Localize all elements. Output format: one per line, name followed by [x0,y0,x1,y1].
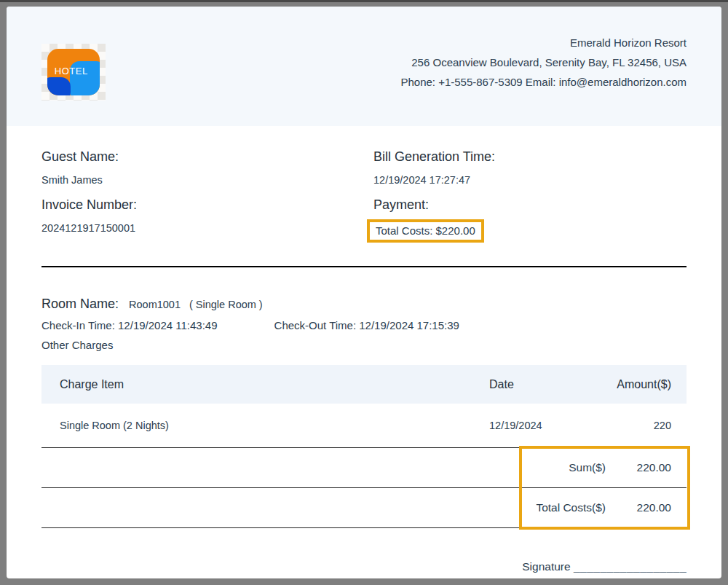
col-header-amount: Amount($) [598,378,671,391]
col-header-charge-item: Charge Item [60,378,489,391]
charge-amount-cell: 220 [598,420,671,431]
other-charges-title: Other Charges [41,338,687,353]
sum-label: Sum($) [569,461,606,474]
guest-name-label: Guest Name: [41,148,373,165]
check-times-line: Check-In Time: 12/19/2024 11:43:49 Check… [41,318,687,333]
hotel-name: Emerald Horizon Resort [400,33,687,52]
total-costs-row: Total Costs($) 220.00 [41,487,687,527]
room-name-value: Room1001 [129,299,181,310]
bill-window: HOTEL Emerald Horizon Resort 256 Oceanvi… [0,0,728,585]
invoice-info-section: Guest Name: Smith James Invoice Number: … [41,148,687,243]
signature-area: Signature _________________ [41,560,687,573]
charge-item-cell: Single Room (2 Nights) [60,420,489,431]
check-out-time: Check-Out Time: 12/19/2024 17:15:39 [274,318,459,333]
check-in-time: Check-In Time: 12/19/2024 11:43:49 [41,318,218,333]
table-row: Single Room (2 Nights) 12/19/2024 220 [41,404,687,447]
signature-line: _________________ [574,560,687,573]
sum-value: 220.00 [622,461,671,474]
logo-darkblue-shape [47,77,71,95]
bill-time-value: 12/19/2024 17:27:47 [373,173,687,187]
guest-name-value: Smith James [41,173,373,187]
total-costs-value: 220.00 [622,501,671,514]
totals-rows: Sum($) 220.00 Total Costs($) 220.00 [41,447,687,528]
bill-time-label: Bill Generation Time: [373,148,687,165]
total-costs-label: Total Costs($) [536,501,606,514]
stay-section: Room Name: Room1001 ( Single Room ) Chec… [41,295,687,353]
invoice-number-value: 2024121917150001 [41,221,373,235]
charges-table-header: Charge Item Date Amount($) [41,365,687,404]
window-frame-edge [0,0,728,2]
invoice-page: HOTEL Emerald Horizon Resort 256 Oceanvi… [7,7,721,578]
billing-column: Bill Generation Time: 12/19/2024 17:27:4… [373,148,687,243]
header-band: HOTEL Emerald Horizon Resort 256 Oceanvi… [7,7,721,126]
room-type-value: ( Single Room ) [189,299,263,310]
signature-label: Signature [522,560,570,573]
room-name-line: Room Name: Room1001 ( Single Room ) [41,295,687,313]
room-name-label: Room Name: [41,295,119,313]
hotel-phone-email: Phone: +1-555-867-5309 Email: info@emera… [400,72,687,92]
hotel-contact-block: Emerald Horizon Resort 256 Oceanview Bou… [400,7,687,126]
guest-column: Guest Name: Smith James Invoice Number: … [41,148,373,243]
hotel-logo: HOTEL [41,44,106,101]
charges-table: Charge Item Date Amount($) Single Room (… [41,365,687,528]
col-header-date: Date [489,378,598,391]
sum-row: Sum($) 220.00 [41,447,687,487]
logo-text: HOTEL [47,66,95,76]
hotel-logo-icon: HOTEL [47,49,100,95]
hotel-address: 256 Oceanview Boulevard, Serenity Bay, F… [400,52,687,72]
charge-date-cell: 12/19/2024 [489,420,598,431]
payment-total-highlight: Total Costs: $220.00 [367,219,484,243]
invoice-number-label: Invoice Number: [41,196,373,213]
section-divider [41,266,687,267]
payment-label: Payment: [373,196,687,213]
